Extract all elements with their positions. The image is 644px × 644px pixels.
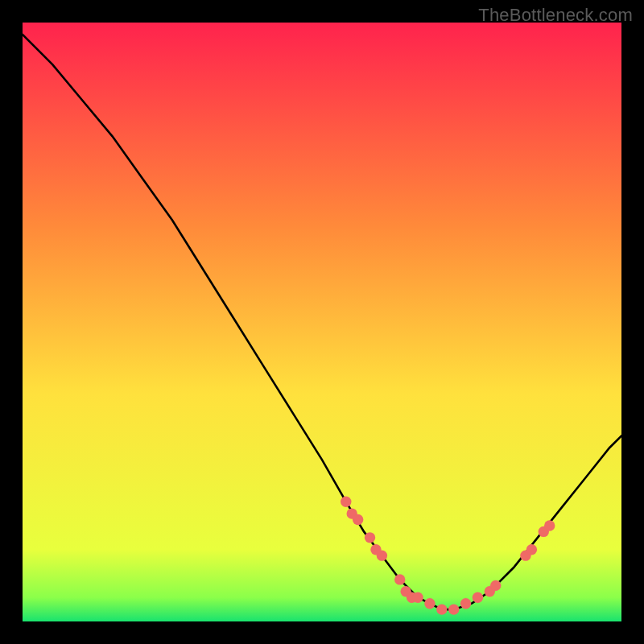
highlight-dot bbox=[341, 497, 351, 507]
chart-frame: TheBottleneck.com bbox=[0, 0, 644, 644]
highlight-dot bbox=[490, 580, 501, 591]
highlight-dot bbox=[448, 604, 459, 614]
highlight-dot bbox=[544, 520, 555, 530]
highlight-dot bbox=[377, 550, 387, 560]
highlight-dots bbox=[341, 497, 555, 615]
highlight-dot bbox=[424, 598, 435, 609]
highlight-dot bbox=[394, 574, 405, 584]
curve-layer bbox=[23, 23, 621, 621]
highlight-dot bbox=[460, 598, 471, 609]
highlight-dot bbox=[353, 514, 363, 525]
highlight-dot bbox=[412, 592, 423, 603]
highlight-dot bbox=[473, 592, 483, 603]
bottleneck-curve bbox=[23, 35, 621, 609]
highlight-dot bbox=[526, 544, 537, 555]
plot-area bbox=[23, 23, 621, 621]
highlight-dot bbox=[436, 604, 447, 614]
highlight-dot bbox=[365, 532, 375, 543]
